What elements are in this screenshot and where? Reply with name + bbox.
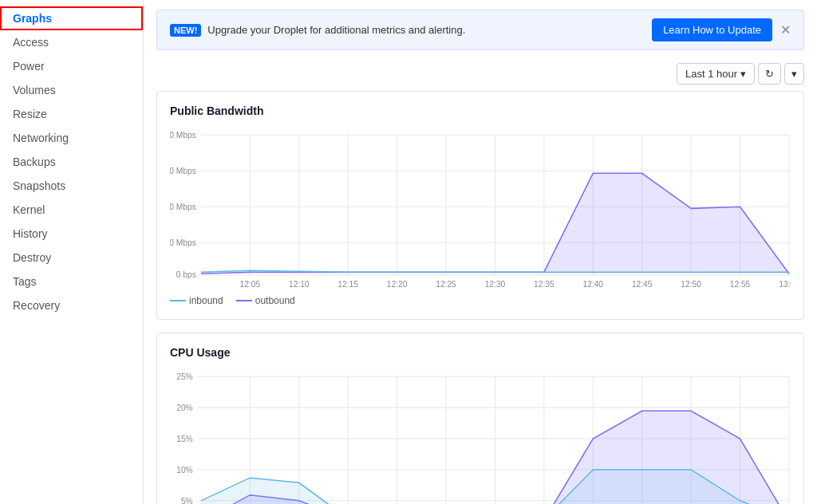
bandwidth-legend: inbound outbound bbox=[170, 295, 791, 306]
sidebar-item-access[interactable]: Access bbox=[0, 30, 143, 54]
svg-text:12:30: 12:30 bbox=[485, 280, 506, 289]
banner-close-button[interactable]: ✕ bbox=[780, 22, 791, 37]
svg-text:13:00: 13:00 bbox=[779, 280, 791, 289]
sidebar-item-tags[interactable]: Tags bbox=[0, 270, 143, 293]
svg-text:2.0 Mbps: 2.0 Mbps bbox=[170, 203, 196, 211]
chart-toolbar: Last 1 hour ▾ ↻ ▾ bbox=[144, 60, 817, 91]
time-range-dropdown[interactable]: Last 1 hour ▾ bbox=[677, 63, 755, 85]
sidebar-item-kernel[interactable]: Kernel bbox=[0, 198, 143, 222]
upgrade-banner: NEW! Upgrade your Droplet for additional… bbox=[156, 10, 804, 50]
svg-text:4.0 Mbps: 4.0 Mbps bbox=[170, 131, 196, 140]
svg-text:12:15: 12:15 bbox=[337, 280, 358, 289]
svg-text:3.0 Mbps: 3.0 Mbps bbox=[170, 167, 196, 175]
sidebar-item-power[interactable]: Power bbox=[0, 54, 143, 78]
cpu-chart-card: CPU Usage 25% 20% 15% 10% 5% 0% bbox=[156, 333, 804, 504]
bandwidth-svg: 4.0 Mbps 3.0 Mbps 2.0 Mbps 1.0 Mbps 0 bp… bbox=[170, 127, 791, 290]
cpu-chart-area: 25% 20% 15% 10% 5% 0% bbox=[170, 368, 791, 504]
svg-text:12:10: 12:10 bbox=[289, 280, 310, 289]
time-range-label: Last 1 hour bbox=[685, 68, 737, 80]
main-content: NEW! Upgrade your Droplet for additional… bbox=[144, 0, 817, 504]
svg-text:12:50: 12:50 bbox=[681, 280, 701, 289]
banner-text: Upgrade your Droplet for additional metr… bbox=[207, 24, 652, 36]
inbound-line-icon bbox=[170, 300, 186, 301]
bandwidth-chart-title: Public Bandwidth bbox=[170, 104, 791, 117]
cpu-svg: 25% 20% 15% 10% 5% 0% bbox=[170, 368, 791, 504]
sidebar-item-networking[interactable]: Networking bbox=[0, 126, 143, 150]
sidebar-item-graphs[interactable]: Graphs bbox=[0, 6, 143, 30]
inbound-label: inbound bbox=[189, 295, 223, 306]
more-options-button[interactable]: ▾ bbox=[784, 63, 804, 85]
legend-outbound: outbound bbox=[236, 295, 295, 306]
svg-text:15%: 15% bbox=[176, 435, 192, 443]
svg-text:25%: 25% bbox=[176, 372, 192, 381]
svg-text:12:40: 12:40 bbox=[582, 280, 603, 289]
new-badge: NEW! bbox=[170, 24, 201, 37]
svg-text:5%: 5% bbox=[181, 497, 193, 504]
svg-text:1.0 Mbps: 1.0 Mbps bbox=[170, 238, 196, 247]
legend-inbound: inbound bbox=[170, 295, 223, 306]
sidebar-item-snapshots[interactable]: Snapshots bbox=[0, 174, 143, 198]
sidebar-item-destroy[interactable]: Destroy bbox=[0, 246, 143, 270]
svg-text:10%: 10% bbox=[176, 466, 192, 474]
sidebar-item-recovery[interactable]: Recovery bbox=[0, 293, 143, 317]
svg-text:12:25: 12:25 bbox=[436, 280, 456, 289]
bandwidth-chart-card: Public Bandwidth 4.0 Mbps 3.0 Mbps 2.0 M… bbox=[156, 91, 804, 320]
sidebar-item-backups[interactable]: Backups bbox=[0, 150, 143, 174]
cpu-chart-title: CPU Usage bbox=[170, 346, 791, 359]
refresh-button[interactable]: ↻ bbox=[758, 63, 781, 85]
svg-text:12:35: 12:35 bbox=[534, 280, 555, 289]
learn-how-button[interactable]: Learn How to Update bbox=[652, 18, 772, 41]
refresh-icon: ↻ bbox=[765, 68, 774, 80]
chevron-down-icon: ▾ bbox=[740, 68, 746, 80]
svg-text:12:55: 12:55 bbox=[730, 280, 751, 289]
sidebar: GraphsAccessPowerVolumesResizeNetworking… bbox=[0, 0, 144, 504]
svg-text:12:05: 12:05 bbox=[240, 280, 261, 289]
svg-text:0 bps: 0 bps bbox=[176, 270, 196, 279]
bandwidth-chart-area: 4.0 Mbps 3.0 Mbps 2.0 Mbps 1.0 Mbps 0 bp… bbox=[170, 127, 791, 290]
svg-text:12:20: 12:20 bbox=[387, 280, 408, 289]
sidebar-item-volumes[interactable]: Volumes bbox=[0, 78, 143, 102]
svg-text:12:45: 12:45 bbox=[632, 280, 653, 289]
outbound-line-icon bbox=[236, 300, 252, 301]
sidebar-item-resize[interactable]: Resize bbox=[0, 102, 143, 126]
chevron-down-icon: ▾ bbox=[791, 68, 797, 80]
svg-text:20%: 20% bbox=[176, 404, 192, 412]
sidebar-item-history[interactable]: History bbox=[0, 222, 143, 246]
outbound-label: outbound bbox=[255, 295, 295, 306]
